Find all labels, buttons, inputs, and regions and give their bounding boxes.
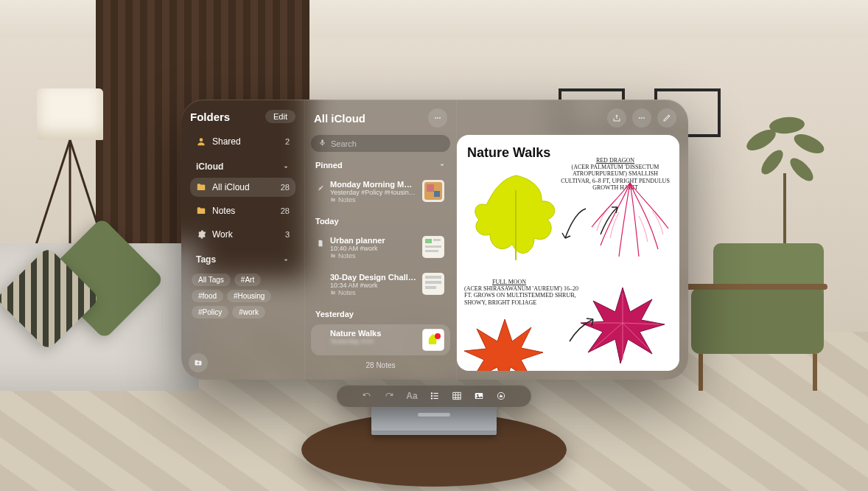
gear-icon bbox=[196, 229, 206, 240]
anno-full-moon: FULL MOON (ACER SHIRASAWANUM 'AUREUM') 1… bbox=[464, 279, 582, 306]
svg-point-35 bbox=[430, 397, 432, 399]
tag-chip[interactable]: All Tags bbox=[192, 274, 231, 286]
doc-icon bbox=[317, 236, 324, 250]
svg-point-25 bbox=[643, 117, 645, 119]
folder-notes[interactable]: Notes 28 bbox=[190, 201, 295, 220]
note-item[interactable]: Urban planner 10:40 AM #work Notes bbox=[311, 231, 450, 264]
svg-point-33 bbox=[430, 395, 432, 397]
note-item[interactable]: Monday Morning Meeting Yesterday #Policy… bbox=[311, 175, 450, 208]
svg-rect-11 bbox=[434, 191, 440, 197]
sidebar-title: Folders bbox=[190, 111, 230, 123]
folder-icon bbox=[196, 206, 206, 216]
compose-button[interactable] bbox=[657, 108, 676, 128]
list-more-button[interactable] bbox=[428, 108, 447, 128]
pin-icon bbox=[317, 180, 324, 194]
window-grabber[interactable] bbox=[418, 413, 450, 417]
svg-rect-14 bbox=[433, 239, 441, 241]
section-icloud[interactable]: iCloud bbox=[190, 156, 295, 173]
note-thumbnail bbox=[422, 180, 444, 202]
share-button[interactable] bbox=[607, 108, 626, 128]
note-canvas[interactable]: Nature Walks RED DRAGON (ACER PALMATUM '… bbox=[457, 135, 679, 371]
notes-count: 28 Notes bbox=[311, 360, 450, 369]
note-item[interactable]: 30-Day Design Challenge 10:34 AM #work N… bbox=[311, 268, 450, 301]
arrow-icon bbox=[597, 201, 623, 238]
arrow-icon bbox=[556, 205, 593, 249]
detail-more-button[interactable] bbox=[632, 108, 651, 128]
svg-rect-36 bbox=[433, 398, 438, 399]
chevron-down-icon bbox=[282, 256, 290, 263]
undo-button[interactable] bbox=[362, 391, 372, 401]
svg-point-31 bbox=[430, 392, 432, 394]
note-thumbnail bbox=[422, 329, 444, 351]
chevron-down-icon bbox=[282, 163, 290, 170]
svg-point-38 bbox=[477, 394, 478, 396]
leaf-orange-maple bbox=[461, 316, 549, 371]
tag-chip[interactable]: #Art bbox=[234, 274, 261, 286]
svg-point-5 bbox=[200, 138, 203, 142]
note-detail: Nature Walks RED DRAGON (ACER PALMATUM '… bbox=[457, 100, 688, 380]
edit-button[interactable]: Edit bbox=[265, 110, 295, 123]
text-format-button[interactable]: Aa bbox=[406, 391, 417, 401]
shared-label: Shared bbox=[212, 136, 241, 147]
note-thumbnail bbox=[422, 236, 444, 258]
folders-sidebar: Folders Edit Shared 2 iCloud All iCloud … bbox=[181, 100, 305, 380]
svg-rect-19 bbox=[425, 281, 441, 284]
photo-button[interactable] bbox=[474, 391, 484, 401]
notes-window: Folders Edit Shared 2 iCloud All iCloud … bbox=[181, 100, 688, 380]
tag-chip[interactable]: #Policy bbox=[192, 306, 228, 318]
search-input[interactable] bbox=[331, 139, 443, 148]
svg-point-2 bbox=[791, 130, 827, 158]
svg-rect-18 bbox=[425, 276, 441, 279]
armchair bbox=[669, 243, 846, 391]
svg-rect-20 bbox=[425, 286, 436, 289]
note-item-selected[interactable]: Nature Walks Yesterday #Art bbox=[311, 324, 450, 355]
svg-rect-34 bbox=[433, 395, 438, 396]
svg-rect-13 bbox=[425, 239, 432, 243]
svg-point-8 bbox=[439, 117, 441, 119]
section-tags[interactable]: Tags bbox=[190, 248, 295, 266]
svg-point-23 bbox=[639, 117, 640, 119]
note-folder: Notes bbox=[330, 196, 416, 203]
checklist-button[interactable] bbox=[430, 391, 440, 401]
svg-rect-15 bbox=[425, 246, 441, 248]
mic-icon bbox=[318, 139, 326, 148]
folder-icon bbox=[196, 182, 206, 192]
shared-icon bbox=[196, 136, 206, 147]
folder-work[interactable]: Work 3 bbox=[190, 225, 295, 244]
folder-all-icloud[interactable]: All iCloud 28 bbox=[190, 178, 295, 197]
new-folder-button[interactable] bbox=[189, 353, 208, 372]
svg-point-4 bbox=[786, 154, 816, 184]
arrow-icon bbox=[564, 312, 601, 349]
notes-list: All iCloud Pinned Monday Morning Meeting… bbox=[305, 100, 457, 380]
svg-rect-16 bbox=[425, 250, 438, 252]
shared-folder-row[interactable]: Shared 2 bbox=[190, 132, 295, 151]
tag-chip[interactable]: #Housing bbox=[227, 290, 271, 302]
svg-point-22 bbox=[435, 333, 441, 339]
list-title: All iCloud bbox=[314, 112, 365, 125]
tags-container: All Tags #Art #food #Housing #Policy #wo… bbox=[190, 271, 295, 318]
search-field[interactable] bbox=[311, 135, 450, 152]
svg-rect-32 bbox=[433, 393, 438, 394]
svg-point-6 bbox=[435, 117, 436, 119]
group-yesterday[interactable]: Yesterday bbox=[311, 305, 450, 320]
svg-rect-10 bbox=[427, 184, 434, 192]
table-button[interactable] bbox=[452, 391, 462, 401]
svg-point-7 bbox=[437, 117, 438, 119]
svg-point-24 bbox=[641, 117, 643, 119]
group-pinned[interactable]: Pinned bbox=[311, 156, 450, 171]
group-today[interactable]: Today bbox=[311, 212, 450, 227]
redo-button[interactable] bbox=[384, 391, 394, 401]
tag-chip[interactable]: #work bbox=[232, 306, 265, 318]
shared-count: 2 bbox=[285, 137, 290, 146]
note-thumbnail bbox=[422, 273, 444, 295]
format-toolbar: Aa bbox=[337, 385, 531, 407]
tag-chip[interactable]: #food bbox=[192, 290, 223, 302]
leaf-yellow bbox=[461, 164, 571, 275]
chevron-down-icon bbox=[438, 161, 446, 169]
svg-point-3 bbox=[757, 147, 787, 178]
markup-button[interactable] bbox=[496, 391, 506, 401]
